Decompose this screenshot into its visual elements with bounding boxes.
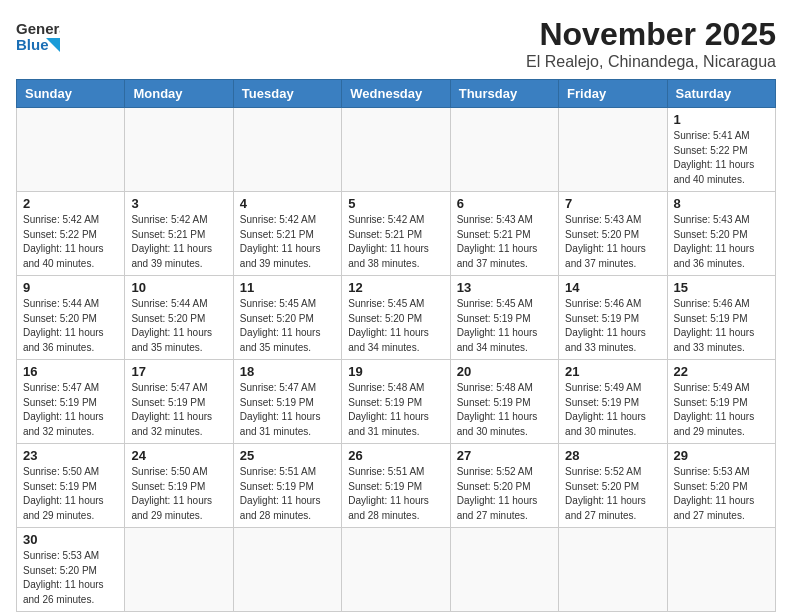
page-title: November 2025	[526, 16, 776, 53]
calendar-cell: 17Sunrise: 5:47 AM Sunset: 5:19 PM Dayli…	[125, 360, 233, 444]
logo: General Blue	[16, 16, 60, 54]
day-number: 25	[240, 448, 335, 463]
day-number: 20	[457, 364, 552, 379]
day-info: Sunrise: 5:46 AM Sunset: 5:19 PM Dayligh…	[674, 297, 769, 355]
calendar-cell: 21Sunrise: 5:49 AM Sunset: 5:19 PM Dayli…	[559, 360, 667, 444]
calendar-cell: 7Sunrise: 5:43 AM Sunset: 5:20 PM Daylig…	[559, 192, 667, 276]
svg-text:Blue: Blue	[16, 36, 49, 53]
day-info: Sunrise: 5:50 AM Sunset: 5:19 PM Dayligh…	[23, 465, 118, 523]
calendar-cell: 22Sunrise: 5:49 AM Sunset: 5:19 PM Dayli…	[667, 360, 775, 444]
day-info: Sunrise: 5:44 AM Sunset: 5:20 PM Dayligh…	[131, 297, 226, 355]
calendar-cell	[559, 108, 667, 192]
day-info: Sunrise: 5:46 AM Sunset: 5:19 PM Dayligh…	[565, 297, 660, 355]
calendar-cell: 26Sunrise: 5:51 AM Sunset: 5:19 PM Dayli…	[342, 444, 450, 528]
day-info: Sunrise: 5:45 AM Sunset: 5:20 PM Dayligh…	[348, 297, 443, 355]
calendar-cell: 15Sunrise: 5:46 AM Sunset: 5:19 PM Dayli…	[667, 276, 775, 360]
calendar-cell: 20Sunrise: 5:48 AM Sunset: 5:19 PM Dayli…	[450, 360, 558, 444]
day-info: Sunrise: 5:47 AM Sunset: 5:19 PM Dayligh…	[23, 381, 118, 439]
day-info: Sunrise: 5:44 AM Sunset: 5:20 PM Dayligh…	[23, 297, 118, 355]
calendar-cell: 10Sunrise: 5:44 AM Sunset: 5:20 PM Dayli…	[125, 276, 233, 360]
calendar-cell	[125, 528, 233, 612]
weekday-header-monday: Monday	[125, 80, 233, 108]
day-info: Sunrise: 5:45 AM Sunset: 5:19 PM Dayligh…	[457, 297, 552, 355]
calendar-cell: 12Sunrise: 5:45 AM Sunset: 5:20 PM Dayli…	[342, 276, 450, 360]
calendar-cell: 27Sunrise: 5:52 AM Sunset: 5:20 PM Dayli…	[450, 444, 558, 528]
day-info: Sunrise: 5:43 AM Sunset: 5:20 PM Dayligh…	[674, 213, 769, 271]
calendar-cell: 9Sunrise: 5:44 AM Sunset: 5:20 PM Daylig…	[17, 276, 125, 360]
calendar-cell: 29Sunrise: 5:53 AM Sunset: 5:20 PM Dayli…	[667, 444, 775, 528]
day-number: 24	[131, 448, 226, 463]
day-info: Sunrise: 5:52 AM Sunset: 5:20 PM Dayligh…	[565, 465, 660, 523]
calendar-cell: 5Sunrise: 5:42 AM Sunset: 5:21 PM Daylig…	[342, 192, 450, 276]
day-number: 27	[457, 448, 552, 463]
calendar-cell: 28Sunrise: 5:52 AM Sunset: 5:20 PM Dayli…	[559, 444, 667, 528]
calendar-cell	[233, 528, 341, 612]
calendar-cell	[450, 528, 558, 612]
day-info: Sunrise: 5:42 AM Sunset: 5:21 PM Dayligh…	[348, 213, 443, 271]
day-info: Sunrise: 5:53 AM Sunset: 5:20 PM Dayligh…	[674, 465, 769, 523]
day-number: 1	[674, 112, 769, 127]
calendar-cell: 30Sunrise: 5:53 AM Sunset: 5:20 PM Dayli…	[17, 528, 125, 612]
logo-icon: General Blue	[16, 16, 60, 54]
day-number: 22	[674, 364, 769, 379]
weekday-header-tuesday: Tuesday	[233, 80, 341, 108]
day-number: 29	[674, 448, 769, 463]
calendar-cell: 14Sunrise: 5:46 AM Sunset: 5:19 PM Dayli…	[559, 276, 667, 360]
day-number: 19	[348, 364, 443, 379]
calendar-cell: 25Sunrise: 5:51 AM Sunset: 5:19 PM Dayli…	[233, 444, 341, 528]
day-info: Sunrise: 5:42 AM Sunset: 5:22 PM Dayligh…	[23, 213, 118, 271]
day-number: 3	[131, 196, 226, 211]
calendar-cell: 19Sunrise: 5:48 AM Sunset: 5:19 PM Dayli…	[342, 360, 450, 444]
day-number: 9	[23, 280, 118, 295]
day-info: Sunrise: 5:41 AM Sunset: 5:22 PM Dayligh…	[674, 129, 769, 187]
calendar-cell: 13Sunrise: 5:45 AM Sunset: 5:19 PM Dayli…	[450, 276, 558, 360]
day-number: 12	[348, 280, 443, 295]
calendar-cell	[667, 528, 775, 612]
day-number: 26	[348, 448, 443, 463]
day-info: Sunrise: 5:43 AM Sunset: 5:21 PM Dayligh…	[457, 213, 552, 271]
calendar-cell	[559, 528, 667, 612]
calendar-cell	[342, 108, 450, 192]
calendar-cell: 18Sunrise: 5:47 AM Sunset: 5:19 PM Dayli…	[233, 360, 341, 444]
calendar-cell: 1Sunrise: 5:41 AM Sunset: 5:22 PM Daylig…	[667, 108, 775, 192]
day-info: Sunrise: 5:42 AM Sunset: 5:21 PM Dayligh…	[131, 213, 226, 271]
svg-text:General: General	[16, 20, 60, 37]
calendar-cell	[233, 108, 341, 192]
day-info: Sunrise: 5:45 AM Sunset: 5:20 PM Dayligh…	[240, 297, 335, 355]
day-number: 23	[23, 448, 118, 463]
day-info: Sunrise: 5:51 AM Sunset: 5:19 PM Dayligh…	[348, 465, 443, 523]
weekday-header-sunday: Sunday	[17, 80, 125, 108]
day-number: 18	[240, 364, 335, 379]
calendar-cell: 4Sunrise: 5:42 AM Sunset: 5:21 PM Daylig…	[233, 192, 341, 276]
day-info: Sunrise: 5:42 AM Sunset: 5:21 PM Dayligh…	[240, 213, 335, 271]
weekday-header-friday: Friday	[559, 80, 667, 108]
day-info: Sunrise: 5:43 AM Sunset: 5:20 PM Dayligh…	[565, 213, 660, 271]
calendar-cell	[125, 108, 233, 192]
day-info: Sunrise: 5:49 AM Sunset: 5:19 PM Dayligh…	[674, 381, 769, 439]
calendar-cell	[17, 108, 125, 192]
day-number: 21	[565, 364, 660, 379]
day-number: 11	[240, 280, 335, 295]
day-info: Sunrise: 5:47 AM Sunset: 5:19 PM Dayligh…	[240, 381, 335, 439]
day-number: 13	[457, 280, 552, 295]
day-number: 16	[23, 364, 118, 379]
page-subtitle: El Realejo, Chinandega, Nicaragua	[526, 53, 776, 71]
day-number: 2	[23, 196, 118, 211]
title-block: November 2025 El Realejo, Chinandega, Ni…	[526, 16, 776, 71]
day-number: 10	[131, 280, 226, 295]
calendar-cell: 2Sunrise: 5:42 AM Sunset: 5:22 PM Daylig…	[17, 192, 125, 276]
day-number: 7	[565, 196, 660, 211]
day-info: Sunrise: 5:48 AM Sunset: 5:19 PM Dayligh…	[348, 381, 443, 439]
weekday-header-thursday: Thursday	[450, 80, 558, 108]
day-info: Sunrise: 5:47 AM Sunset: 5:19 PM Dayligh…	[131, 381, 226, 439]
day-number: 8	[674, 196, 769, 211]
day-info: Sunrise: 5:50 AM Sunset: 5:19 PM Dayligh…	[131, 465, 226, 523]
day-info: Sunrise: 5:51 AM Sunset: 5:19 PM Dayligh…	[240, 465, 335, 523]
day-number: 6	[457, 196, 552, 211]
day-number: 4	[240, 196, 335, 211]
calendar-cell	[450, 108, 558, 192]
day-info: Sunrise: 5:49 AM Sunset: 5:19 PM Dayligh…	[565, 381, 660, 439]
day-number: 30	[23, 532, 118, 547]
day-info: Sunrise: 5:52 AM Sunset: 5:20 PM Dayligh…	[457, 465, 552, 523]
day-number: 28	[565, 448, 660, 463]
